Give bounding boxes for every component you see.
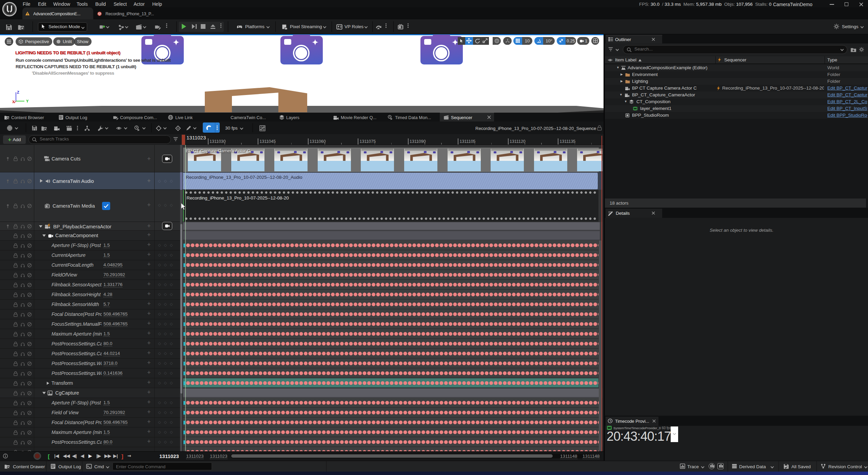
svg-text:Z: Z: [17, 90, 19, 94]
svg-text:X: X: [12, 100, 15, 104]
svg-text:Y: Y: [26, 99, 29, 103]
